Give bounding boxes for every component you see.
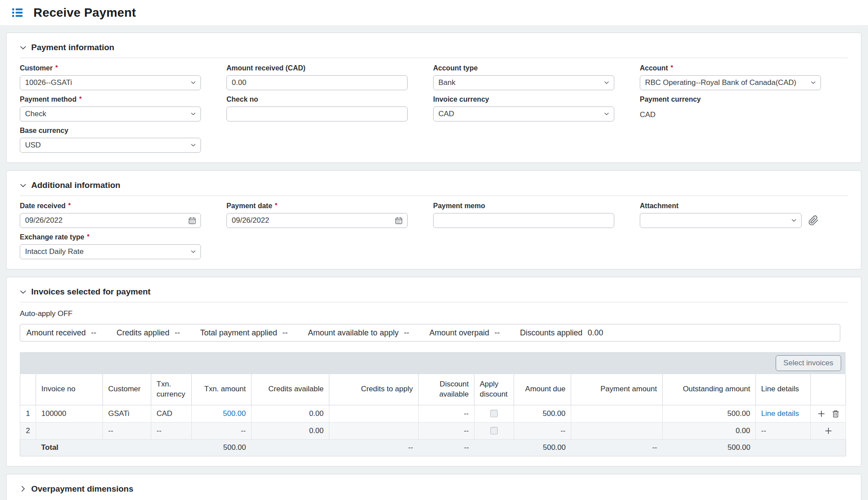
- line-details-link[interactable]: Line details: [761, 409, 799, 418]
- select-invoices-button[interactable]: Select invoices: [776, 355, 841, 371]
- payment-memo-field: Payment memo: [433, 202, 614, 228]
- cell-invoice-no: 100000: [36, 405, 103, 422]
- trash-icon[interactable]: [832, 409, 840, 418]
- cell-payment-amount[interactable]: [571, 405, 663, 422]
- exchange-rate-type-label: Exchange rate type: [20, 233, 84, 241]
- col-discount-available: Discount available: [419, 374, 474, 405]
- base-currency-label: Base currency: [20, 127, 68, 135]
- table-row: 2 -- -- -- 0.00 -- -- 0.00 --: [20, 422, 846, 439]
- cell-credits-to-apply[interactable]: [329, 405, 419, 422]
- col-amount-due: Amount due: [514, 374, 571, 405]
- payment-method-select[interactable]: Check: [20, 107, 201, 121]
- exchange-rate-type-field: Exchange rate type* Intacct Daily Rate: [20, 233, 201, 259]
- chevron-right-icon: [21, 485, 25, 492]
- payment-date-label: Payment date: [226, 202, 272, 210]
- auto-apply-status: Auto-apply OFF: [20, 309, 848, 318]
- invoice-currency-select[interactable]: CAD: [433, 107, 614, 121]
- required-asterisk: *: [275, 202, 277, 208]
- account-type-label: Account type: [433, 64, 478, 72]
- payment-information-panel: Payment information Customer* 10026--GSA…: [6, 33, 861, 163]
- total-label: Total: [36, 439, 103, 456]
- payment-date-input[interactable]: [232, 216, 393, 225]
- summary-amount-received: Amount received --: [26, 328, 96, 338]
- chevron-down-icon: [791, 219, 796, 222]
- summary-amount-overpaid: Amount overpaid --: [429, 328, 500, 338]
- required-asterisk: *: [671, 64, 673, 70]
- base-currency-select[interactable]: USD: [20, 138, 201, 153]
- cell-row-number: 1: [20, 405, 36, 422]
- cell-credits-available: 0.00: [252, 422, 329, 439]
- apply-discount-checkbox[interactable]: [490, 410, 498, 417]
- overpayment-dimensions-header[interactable]: Overpayment dimensions: [20, 481, 848, 499]
- attachment-select[interactable]: [640, 213, 802, 228]
- total-payment-amount: --: [571, 439, 663, 456]
- cell-payment-amount[interactable]: [571, 422, 663, 439]
- chevron-down-icon: [191, 144, 196, 147]
- chevron-down-icon: [20, 290, 26, 294]
- chevron-down-icon: [811, 81, 816, 85]
- date-received-field: Date received*: [20, 202, 201, 228]
- check-no-label: Check no: [226, 96, 258, 103]
- account-field: Account* RBC Operating--Royal Bank of Ca…: [640, 64, 821, 90]
- cell-actions: [811, 405, 846, 422]
- invoices-selected-header[interactable]: Invoices selected for payment: [20, 283, 848, 302]
- add-row-icon[interactable]: [824, 426, 833, 435]
- overpayment-dimensions-panel: Overpayment dimensions: [6, 474, 861, 500]
- cell-actions: [811, 422, 846, 439]
- top-bar: Receive Payment: [0, 0, 868, 25]
- payment-currency-value: CAD: [640, 107, 821, 119]
- check-no-input[interactable]: [232, 110, 402, 118]
- payment-method-label: Payment method: [20, 96, 77, 103]
- section-title: Payment information: [31, 43, 114, 52]
- account-type-select[interactable]: Bank: [433, 75, 614, 90]
- payment-currency-label: Payment currency: [640, 96, 701, 103]
- customer-select[interactable]: 10026--GSATi: [20, 75, 201, 90]
- col-apply-discount: Apply discount: [474, 374, 514, 405]
- cell-apply-discount: [474, 405, 514, 422]
- cell-invoice-no[interactable]: [36, 422, 103, 439]
- cell-customer: GSATi: [103, 405, 151, 422]
- total-txn-amount: 500.00: [192, 439, 252, 456]
- amount-received-input[interactable]: [232, 78, 402, 87]
- col-outstanding-amount: Outstanding amount: [663, 374, 756, 405]
- cell-apply-discount: [474, 422, 514, 439]
- section-title: Additional information: [31, 180, 120, 190]
- chevron-down-icon: [191, 113, 196, 116]
- summary-label: Discounts applied: [520, 328, 583, 338]
- base-currency-select-value: USD: [25, 141, 41, 150]
- payment-information-header[interactable]: Payment information: [20, 39, 848, 58]
- list-menu-icon[interactable]: [11, 7, 23, 18]
- required-asterisk: *: [87, 233, 90, 239]
- exchange-rate-type-select[interactable]: Intacct Daily Rate: [20, 244, 201, 259]
- account-type-field: Account type Bank: [433, 64, 614, 90]
- summary-discounts-applied: Discounts applied 0.00: [520, 328, 603, 338]
- customer-field: Customer* 10026--GSATi: [20, 64, 201, 90]
- summary-value: --: [404, 328, 409, 338]
- account-select[interactable]: RBC Operating--Royal Bank of Canada(CAD): [640, 75, 821, 90]
- summary-value: --: [91, 328, 96, 338]
- chevron-down-icon: [604, 81, 609, 85]
- cell-credits-to-apply[interactable]: [329, 422, 419, 439]
- payment-date-field: Payment date*: [226, 202, 408, 228]
- col-payment-amount: Payment amount: [571, 374, 663, 405]
- col-line-details: Line details: [756, 374, 811, 405]
- total-discount-available: --: [419, 439, 474, 456]
- col-row-number: [20, 374, 36, 405]
- amount-received-label: Amount received (CAD): [226, 64, 306, 72]
- col-actions: [811, 374, 846, 405]
- apply-discount-checkbox[interactable]: [490, 427, 498, 434]
- summary-value: --: [175, 328, 180, 338]
- txn-amount-link[interactable]: 500.00: [223, 409, 246, 418]
- summary-label: Amount received: [26, 328, 86, 338]
- paperclip-icon[interactable]: [808, 215, 819, 226]
- chevron-down-icon: [191, 250, 196, 254]
- calendar-icon[interactable]: [394, 216, 404, 225]
- additional-information-header[interactable]: Additional information: [20, 177, 848, 196]
- summary-value: --: [495, 328, 500, 338]
- payment-memo-input[interactable]: [438, 216, 609, 225]
- cell-amount-due: --: [514, 422, 571, 439]
- summary-credits-applied: Credits applied --: [117, 328, 180, 338]
- date-received-input[interactable]: [25, 216, 186, 225]
- calendar-icon[interactable]: [187, 216, 197, 225]
- add-row-icon[interactable]: [817, 409, 826, 418]
